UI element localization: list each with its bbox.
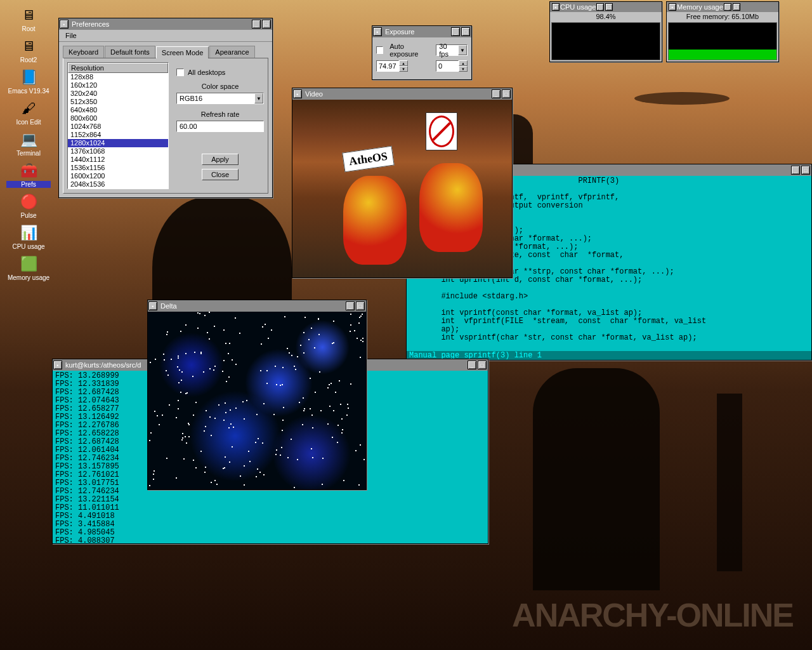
resolution-item[interactable]: 1440x1112 (68, 156, 168, 164)
app-icon: 🟩 (18, 255, 39, 273)
sysmenu-icon[interactable]: ▪ (669, 3, 676, 11)
cpu-usage-window[interactable]: ▪ CPU usage _ □ 98.4% (549, 1, 662, 62)
min-button[interactable]: _ (468, 361, 476, 369)
icon-label: CPU usage (6, 243, 51, 250)
auto-exposure-label: Auto exposure (390, 43, 431, 58)
color-space-dropdown[interactable]: RGB16 ▼ (176, 93, 264, 104)
min-button[interactable]: _ (451, 27, 460, 36)
video-content: AtheOS (292, 100, 512, 277)
max-button[interactable]: □ (356, 302, 365, 310)
min-button[interactable]: _ (791, 166, 800, 175)
sysmenu-icon[interactable]: ▪ (552, 3, 560, 11)
sysmenu-icon[interactable]: ▪ (53, 361, 62, 369)
desktop-icon-emacs-v19-34[interactable]: 📘Emacs V19.34 (6, 69, 51, 95)
min-button[interactable]: _ (596, 3, 604, 11)
min-button[interactable]: _ (492, 90, 501, 98)
fps-dropdown[interactable]: 30 fps ▼ (436, 44, 468, 56)
refresh-rate-label: Refresh rate (176, 110, 264, 118)
app-icon: 🧰 (18, 162, 39, 180)
apply-button[interactable]: Apply (202, 154, 239, 165)
desktop-icon-terminal[interactable]: 💻Terminal (6, 131, 51, 157)
resolution-item[interactable]: 812x650 (68, 139, 168, 147)
mem-value: Free memory: 65.10Mb (667, 12, 778, 21)
max-button[interactable]: □ (801, 166, 810, 175)
min-button[interactable]: _ (724, 3, 731, 11)
refresh-rate-input[interactable]: 60.00 (176, 121, 264, 132)
app-icon: 🖌 (18, 100, 39, 117)
spin-down-icon[interactable]: ▼ (399, 66, 408, 72)
memory-usage-window[interactable]: ▪ Memory usage _ □ Free memory: 65.10Mb (666, 1, 779, 62)
auto-exposure-checkbox[interactable] (376, 46, 383, 54)
prefs-title: Preferences (69, 20, 251, 28)
exposure-value2-spinner[interactable]: ▲▼ (436, 60, 468, 72)
chevron-down-icon[interactable]: ▼ (458, 45, 467, 55)
max-button[interactable]: □ (605, 3, 613, 11)
spin-up-icon[interactable]: ▲ (399, 60, 408, 66)
video-window[interactable]: ▪ Video _ □ AtheOS (292, 88, 513, 278)
app-icon: 🖥 (18, 37, 39, 55)
spin-down-icon[interactable]: ▼ (459, 66, 468, 72)
sysmenu-icon[interactable]: ▪ (293, 90, 302, 98)
mem-graph (668, 22, 777, 60)
resolution-listbox[interactable]: Resolution 128x88160x120320x240512x35064… (67, 62, 169, 189)
max-button[interactable]: □ (502, 90, 511, 98)
prefs-tabs: KeyboardDefault fontsScreen ModeApearanc… (63, 46, 268, 58)
resolution-item[interactable]: 512x350 (68, 98, 168, 106)
tab-keyboard[interactable]: Keyboard (63, 46, 104, 58)
desktop-icon-root[interactable]: 🖥Root (6, 6, 51, 32)
sysmenu-icon[interactable]: ▪ (373, 27, 382, 36)
resolution-item[interactable]: 1536x1156 (68, 164, 168, 172)
tab-screen-mode[interactable]: Screen Mode (156, 46, 209, 58)
tab-apearance[interactable]: Apearance (209, 46, 254, 58)
chevron-down-icon[interactable]: ▼ (254, 93, 263, 103)
resolution-item[interactable]: 1600x1200 (68, 172, 168, 180)
all-desktops-checkbox[interactable] (176, 69, 184, 76)
max-button[interactable]: □ (478, 361, 487, 369)
file-menu[interactable]: File (62, 31, 81, 40)
desktop-icon-pulse[interactable]: 🔴Pulse (6, 193, 51, 219)
delta-title: Delta (158, 302, 345, 310)
resolution-item[interactable]: 1152x864 (68, 131, 168, 139)
wallpaper-watermark: anarchy-online (512, 596, 793, 634)
desktop-icon-cpu-usage[interactable]: 📊CPU usage (6, 224, 51, 250)
exposure-value1-input[interactable] (376, 60, 399, 72)
resolution-item[interactable]: 800x600 (68, 114, 168, 123)
exposure-title: Exposure (383, 28, 450, 36)
min-button[interactable]: _ (252, 20, 261, 29)
max-button[interactable]: □ (262, 20, 271, 29)
resolution-item[interactable]: 128x88 (68, 73, 168, 81)
resolution-item[interactable]: 1376x1068 (68, 147, 168, 156)
video-title: Video (303, 90, 491, 98)
all-desktops-label: All desktops (188, 69, 225, 76)
resolution-item[interactable]: 2048x1536 (68, 180, 168, 189)
spin-up-icon[interactable]: ▲ (459, 60, 468, 66)
close-button[interactable]: Close (202, 169, 239, 180)
sysmenu-icon[interactable]: ▪ (60, 20, 69, 29)
exposure-window[interactable]: ▪ Exposure _ □ Auto exposure 30 fps ▼ ▲▼ (372, 25, 472, 80)
icon-label: Root (6, 25, 51, 32)
exposure-value1-spinner[interactable]: ▲▼ (376, 60, 408, 72)
max-button[interactable]: □ (461, 27, 470, 36)
tab-default-fonts[interactable]: Default fonts (105, 46, 155, 58)
icon-label: Icon Edit (6, 119, 51, 126)
desktop-icon-icon-edit[interactable]: 🖌Icon Edit (6, 100, 51, 126)
max-button[interactable]: □ (733, 3, 740, 11)
no-penguin-icon (426, 112, 457, 150)
icon-label: Terminal (6, 150, 51, 157)
resolution-item[interactable]: 640x480 (68, 106, 168, 114)
desktop-icon-prefs[interactable]: 🧰Prefs (6, 162, 51, 188)
preferences-window[interactable]: ▪ Preferences _ □ File KeyboardDefault f… (58, 18, 273, 198)
exposure-value2-input[interactable] (436, 60, 459, 72)
min-button[interactable]: _ (346, 302, 355, 310)
desktop-icon-root2[interactable]: 🖥Root2 (6, 37, 51, 63)
delta-window[interactable]: ▪ Delta _ □ (147, 300, 367, 490)
sysmenu-icon[interactable]: ▪ (148, 302, 157, 310)
app-icon: 💻 (18, 131, 39, 149)
desktop-icon-memory-usage[interactable]: 🟩Memory usage (6, 255, 51, 281)
resolution-item[interactable]: 1024x768 (68, 123, 168, 131)
video-sign: AtheOS (342, 146, 395, 173)
mem-title: Memory usage (677, 3, 723, 11)
app-icon: 📊 (18, 224, 39, 242)
resolution-item[interactable]: 320x240 (68, 90, 168, 98)
resolution-item[interactable]: 160x120 (68, 81, 168, 90)
